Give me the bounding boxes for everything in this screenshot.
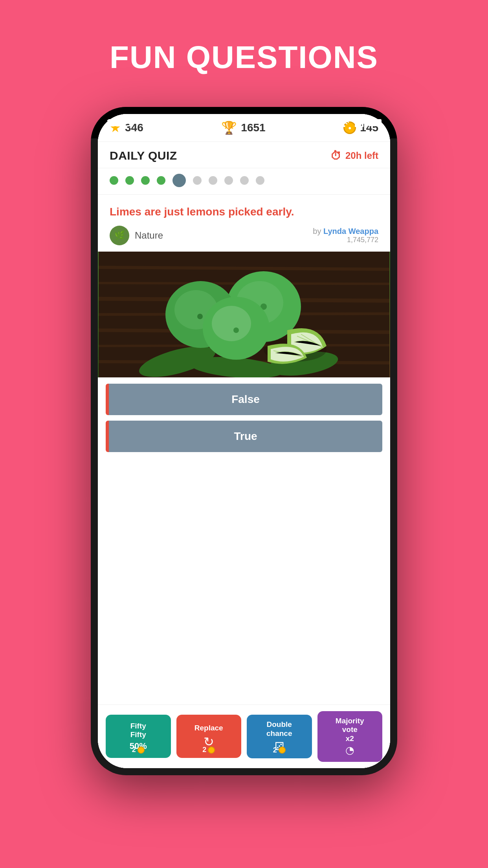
powerup-majority-vote[interactable]: Majorityvotex2 ◔ bbox=[317, 711, 383, 762]
lime-svg bbox=[98, 252, 390, 377]
dot-8 bbox=[224, 176, 233, 185]
replace-label: Replace bbox=[194, 724, 223, 733]
trophy-value: 1651 bbox=[241, 121, 265, 134]
svg-rect-3 bbox=[360, 121, 361, 127]
author-by: by bbox=[313, 227, 323, 235]
replace-count-num: 2 bbox=[202, 746, 206, 754]
svg-rect-2 bbox=[357, 123, 359, 127]
dot-6 bbox=[193, 176, 202, 185]
trophy-icon: 🏆 bbox=[221, 120, 237, 135]
dot-3 bbox=[141, 176, 150, 185]
quiz-title: DAILY QUIZ bbox=[110, 149, 177, 162]
replace-count: 2 bbox=[202, 746, 215, 754]
question-section: Limes are just lemons picked early. 🌿 Na… bbox=[98, 195, 390, 768]
powerups-bar: FiftyFifty 50% 2 Replace ↻ bbox=[98, 704, 390, 768]
wifi-icon bbox=[338, 118, 350, 127]
fifty-fifty-count-num: 2 bbox=[132, 746, 136, 754]
svg-point-24 bbox=[233, 327, 239, 333]
majority-vote-icon: ◔ bbox=[345, 744, 354, 756]
answer-true-label: True bbox=[234, 430, 257, 442]
powerup-fifty-fifty[interactable]: FiftyFifty 50% 2 bbox=[106, 715, 171, 758]
question-image bbox=[98, 252, 390, 377]
majority-vote-label: Majorityvotex2 bbox=[336, 717, 364, 743]
replace-coin bbox=[208, 747, 215, 754]
battery-icon bbox=[368, 119, 382, 126]
svg-point-23 bbox=[212, 306, 251, 341]
dot-7 bbox=[209, 176, 217, 185]
fifty-fifty-label: FiftyFifty bbox=[130, 722, 146, 740]
fifty-fifty-count: 2 bbox=[132, 746, 145, 754]
double-chance-coin bbox=[279, 747, 286, 754]
phone-shell: 11:11 bbox=[91, 107, 397, 775]
svg-point-21 bbox=[197, 314, 203, 319]
category-name: Nature bbox=[135, 230, 163, 241]
phone-mockup: 11:11 bbox=[91, 107, 397, 775]
answer-false[interactable]: False bbox=[106, 384, 382, 415]
dot-2 bbox=[125, 176, 134, 185]
quiz-header: DAILY QUIZ ⏱ 20h left bbox=[98, 142, 390, 168]
svg-line-6 bbox=[99, 267, 389, 269]
double-chance-count-num: 2 bbox=[273, 746, 277, 754]
timer-icon: ⏱ bbox=[330, 149, 341, 162]
signal-icon bbox=[355, 118, 363, 127]
timer-value: 20h left bbox=[345, 150, 378, 161]
author-info: by Lynda Weappa 1,745,772 bbox=[313, 227, 378, 244]
dot-1 bbox=[110, 176, 118, 185]
powerup-double-chance[interactable]: Doublechance ⚂ 2 bbox=[247, 715, 312, 758]
svg-rect-4 bbox=[362, 118, 363, 127]
dot-4 bbox=[157, 176, 165, 185]
powerup-replace[interactable]: Replace ↻ 2 bbox=[176, 715, 242, 758]
fifty-fifty-coin bbox=[138, 747, 145, 754]
page-title: FUN QUESTIONS bbox=[110, 39, 378, 75]
timer-badge: ⏱ 20h left bbox=[330, 149, 378, 162]
app-screen: ★ 346 🏆 1651 ● 145 DAILY QUIZ bbox=[98, 114, 390, 768]
dot-9 bbox=[240, 176, 249, 185]
app-content: ★ 346 🏆 1651 ● 145 DAILY QUIZ bbox=[98, 114, 390, 768]
trophy-stat: 🏆 1651 bbox=[221, 120, 265, 135]
answers-section: False True bbox=[98, 377, 390, 458]
answer-false-label: False bbox=[231, 393, 260, 405]
question-meta: 🌿 Nature by Lynda Weappa 1,745,772 bbox=[98, 226, 390, 252]
svg-point-0 bbox=[343, 125, 345, 127]
question-text: Limes are just lemons picked early. bbox=[98, 195, 390, 226]
answer-true[interactable]: True bbox=[106, 421, 382, 452]
status-icons bbox=[338, 118, 382, 127]
dot-10 bbox=[256, 176, 264, 185]
dot-5-current bbox=[172, 174, 186, 187]
category-tag: 🌿 Nature bbox=[110, 226, 163, 245]
status-time: 11:11 bbox=[106, 117, 133, 129]
nature-icon: 🌿 bbox=[110, 226, 129, 245]
double-chance-count: 2 bbox=[273, 746, 286, 754]
author-count: 1,745,772 bbox=[313, 236, 378, 244]
author-name: Lynda Weappa bbox=[323, 227, 378, 235]
svg-rect-1 bbox=[355, 125, 356, 127]
double-chance-label: Doublechance bbox=[266, 720, 292, 738]
progress-bar bbox=[98, 168, 390, 195]
